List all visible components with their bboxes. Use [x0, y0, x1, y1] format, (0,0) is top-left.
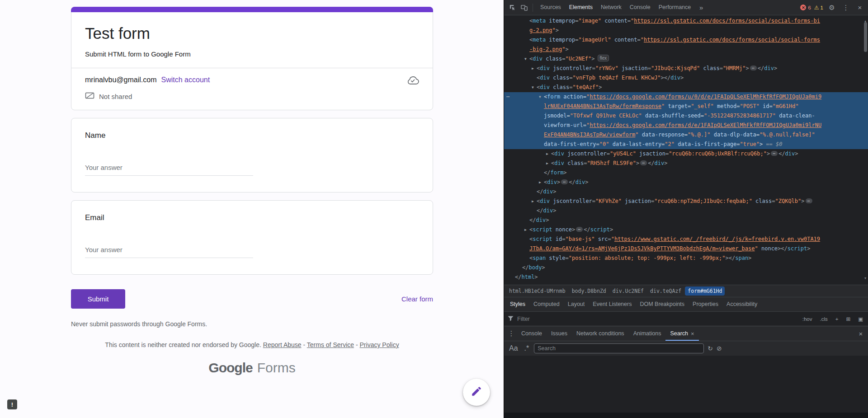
toggle-classes-button[interactable]: .cls: [819, 315, 829, 323]
collapse-arrow-icon[interactable]: ▼: [523, 54, 528, 64]
error-count-badge[interactable]: ✕ 6: [800, 5, 811, 10]
dom-tree-line[interactable]: <meta itemprop="imageUrl" content="https…: [504, 35, 868, 45]
devtools-tab-sources[interactable]: Sources: [536, 0, 565, 15]
close-devtools-icon[interactable]: ×: [854, 2, 865, 14]
dom-tree-line[interactable]: ▶<div jscontroller="KFVhZe" jsaction="rc…: [504, 197, 868, 206]
styles-filter-input[interactable]: [517, 316, 608, 322]
dom-tree-line[interactable]: </div>: [504, 206, 868, 216]
collapsed-content-icon[interactable]: ⋯: [771, 151, 778, 156]
match-case-toggle[interactable]: Aa: [508, 343, 519, 353]
search-input[interactable]: [534, 343, 704, 353]
dom-tree-line[interactable]: ▶<div jscontroller="rYNGv" jsaction="JIb…: [504, 64, 868, 73]
dom-tree-line[interactable]: ▼<div class="teQAzf">: [504, 83, 868, 92]
dom-tree-line[interactable]: ▶<div>⋯</div>: [504, 178, 868, 187]
refresh-search-icon[interactable]: ↻: [708, 345, 713, 352]
dom-tree-line[interactable]: ▶<div class="RH5hzf RLS9Fe">⋯</div>: [504, 159, 868, 168]
dom-tree-line[interactable]: JTbA.O/am=GAY/d=1/rs=AMjVe6jPz1Ds5JVkByP…: [504, 244, 868, 254]
dom-tree-line[interactable]: g-2.png">: [504, 26, 868, 35]
edit-form-fab[interactable]: [463, 379, 490, 406]
dom-tree-line[interactable]: </body>: [504, 263, 868, 272]
drawer-tab-search[interactable]: Search×: [665, 326, 698, 341]
new-style-rule-button[interactable]: +: [834, 315, 840, 323]
styles-tab-styles[interactable]: Styles: [506, 297, 529, 311]
breadcrumb-item[interactable]: div.Uc2NEf: [610, 286, 646, 296]
dom-tree-line[interactable]: <div class="vnFTpb teQAzf ErmvL KHCwJ"><…: [504, 73, 868, 83]
computed-styles-icon[interactable]: ⊞: [844, 315, 852, 323]
clear-search-icon[interactable]: ⊘: [717, 345, 722, 352]
node-options-icon[interactable]: ⋯: [506, 92, 510, 102]
breadcrumb-item[interactable]: div.teQAzf: [647, 286, 684, 296]
privacy-policy-link[interactable]: Privacy Policy: [360, 341, 399, 348]
drawer-tab-console[interactable]: Console: [517, 326, 547, 341]
dom-tree-line[interactable]: <meta itemprop="image" content="https://…: [504, 16, 868, 26]
regex-toggle[interactable]: .*: [523, 343, 531, 353]
settings-gear-icon[interactable]: ⚙: [826, 2, 837, 14]
collapse-arrow-icon[interactable]: ▼: [530, 83, 536, 92]
clear-form-link[interactable]: Clear form: [401, 295, 433, 303]
dom-tree-line[interactable]: jsmodel="TOfxwf Q91hve CEkLOc" data-shuf…: [504, 111, 868, 121]
breadcrumb-item[interactable]: body.D8bnZd: [569, 286, 609, 296]
device-toolbar-icon[interactable]: [519, 2, 529, 14]
terms-of-service-link[interactable]: Terms of Service: [307, 341, 354, 348]
feedback-icon[interactable]: !: [7, 399, 17, 409]
toggle-hover-state-button[interactable]: :hov: [801, 315, 814, 323]
styles-tab-properties[interactable]: Properties: [689, 297, 722, 311]
drawer-kebab-icon[interactable]: ⋮: [506, 328, 517, 339]
issue-count-badge[interactable]: ⚠ 1: [814, 5, 823, 11]
dom-tree-line[interactable]: ExF04AN4BNsI3AsTpRw/viewform" data-respo…: [504, 130, 868, 140]
styles-tab-dom-breakpoints[interactable]: DOM Breakpoints: [636, 297, 689, 311]
inspect-element-icon[interactable]: [507, 2, 518, 14]
flex-badge[interactable]: flex: [598, 55, 609, 61]
styles-tab-event-listeners[interactable]: Event Listeners: [589, 297, 636, 311]
dom-tree-line[interactable]: </div>: [504, 216, 868, 225]
collapsed-content-icon[interactable]: ⋯: [640, 160, 647, 165]
expand-arrow-icon[interactable]: ▶: [544, 159, 550, 168]
close-search-tab-icon[interactable]: ×: [691, 330, 694, 337]
collapse-arrow-icon[interactable]: ▼: [537, 92, 543, 102]
collapsed-content-icon[interactable]: ⋯: [576, 227, 583, 232]
expand-arrow-icon[interactable]: ▶: [530, 197, 536, 206]
devtools-tab-elements[interactable]: Elements: [565, 0, 597, 15]
switch-account-link[interactable]: Switch account: [161, 76, 210, 84]
breadcrumb-item[interactable]: form#mG61Hd: [685, 286, 725, 296]
close-drawer-icon[interactable]: ×: [855, 328, 866, 339]
answer-input[interactable]: Your answer: [85, 246, 253, 258]
devtools-tab-network[interactable]: Network: [597, 0, 626, 15]
dom-tree-line[interactable]: lrNUExF04AN4BNsI3AsTpRw/formResponse" ta…: [504, 102, 868, 111]
styles-tab-computed[interactable]: Computed: [529, 297, 564, 311]
styles-tab-accessibility[interactable]: Accessibility: [722, 297, 761, 311]
dom-tree-line[interactable]: data-first-entry="0" data-last-entry="2"…: [504, 140, 868, 149]
devtools-tab-console[interactable]: Console: [626, 0, 655, 15]
dom-tree-line[interactable]: ▶<script nonce>⋯</script>: [504, 225, 868, 235]
answer-input[interactable]: Your answer: [85, 164, 253, 176]
report-abuse-link[interactable]: Report Abuse: [263, 341, 302, 348]
dom-tree-line[interactable]: ▼<div class="Uc2NEf">flex: [504, 54, 868, 64]
kebab-menu-icon[interactable]: ⋮: [840, 2, 851, 14]
dom-tree-line[interactable]: </div>: [504, 187, 868, 197]
expand-arrow-icon[interactable]: ▶: [523, 225, 528, 235]
dom-tree-line[interactable]: </form>: [504, 168, 868, 178]
drawer-tab-issues[interactable]: Issues: [547, 326, 572, 341]
expand-arrow-icon[interactable]: ▶: [530, 64, 536, 73]
styles-tab-layout[interactable]: Layout: [564, 297, 589, 311]
panel-layout-icon[interactable]: ▣: [857, 315, 864, 323]
breadcrumb-item[interactable]: html.HB1eCd-UMrnmb: [506, 286, 568, 296]
expand-arrow-icon[interactable]: ▶: [537, 178, 543, 187]
dom-tree-line[interactable]: viewform-url="https://docs.google.com/fo…: [504, 121, 868, 130]
drawer-tab-network-conditions[interactable]: Network conditions: [572, 326, 629, 341]
dom-tree-line[interactable]: <span style="position: absolute; top: -9…: [504, 254, 868, 263]
collapsed-content-icon[interactable]: ⋯: [561, 179, 568, 184]
code-token: =: [562, 56, 565, 62]
drawer-tab-animations[interactable]: Animations: [629, 326, 666, 341]
collapsed-content-icon[interactable]: ⋯: [806, 198, 812, 203]
dom-tree-line[interactable]: ▶<div jscontroller="yUS4Lc" jsaction="rc…: [504, 149, 868, 159]
devtools-tab-performance[interactable]: Performance: [655, 0, 695, 15]
collapsed-content-icon[interactable]: ⋯: [750, 66, 757, 70]
submit-button[interactable]: Submit: [71, 289, 125, 309]
dom-tree-line[interactable]: <script id="base-js" src="https://www.gs…: [504, 235, 868, 244]
dom-tree-line[interactable]: -big-2.png">: [504, 45, 868, 54]
dom-tree-line[interactable]: ▼⋯<form action="https://docs.google.com/…: [504, 92, 868, 102]
expand-arrow-icon[interactable]: ▶: [544, 149, 550, 159]
more-tabs-icon[interactable]: »: [696, 2, 707, 14]
dom-tree-line[interactable]: </html>: [504, 272, 868, 282]
